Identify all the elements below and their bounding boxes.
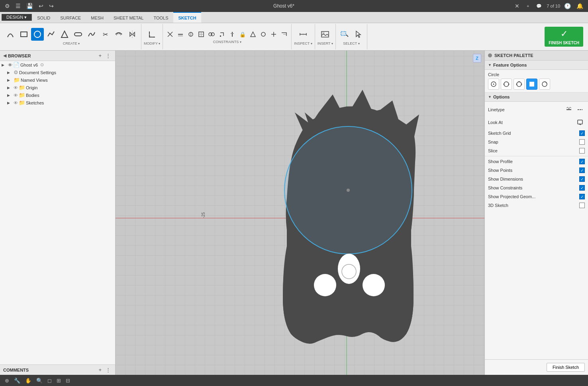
browser-add-icon[interactable]: + xyxy=(97,52,103,59)
undo-icon[interactable]: ↩ xyxy=(37,2,45,10)
tab-mesh[interactable]: MESH xyxy=(86,12,108,23)
tool-image[interactable] xyxy=(319,28,331,41)
finish-sketch-button[interactable]: ✓ FINISH SKETCH xyxy=(545,27,583,47)
slice-checkbox[interactable] xyxy=(579,148,585,154)
doc-expand-icon[interactable]: ▶ xyxy=(7,71,13,75)
bell-icon[interactable]: 🔔 xyxy=(575,2,585,10)
sketch-grid-checkbox[interactable] xyxy=(579,130,585,136)
save-icon[interactable]: 💾 xyxy=(25,2,35,10)
tool-constraint-9[interactable] xyxy=(248,30,258,39)
linetype-solid-icon[interactable] xyxy=(564,105,574,114)
tool-constraint-5[interactable] xyxy=(207,30,216,39)
design-button[interactable]: DESIGN ▾ xyxy=(2,14,32,21)
circle-center-btn[interactable] xyxy=(488,79,499,90)
tool-constraint-7[interactable] xyxy=(227,30,237,39)
app-menu-icon[interactable]: ⚙ xyxy=(3,2,12,10)
bodies-vis-icon[interactable]: 👁 xyxy=(14,93,18,98)
add-tab-icon[interactable]: + xyxy=(524,3,531,9)
tool-slot[interactable] xyxy=(72,28,84,41)
tool-constraint-8[interactable]: 🔒 xyxy=(238,30,247,39)
sketches-expand-icon[interactable]: ▶ xyxy=(7,101,13,105)
options-header[interactable]: ▼ Options xyxy=(485,93,588,102)
tool-constraint-2[interactable] xyxy=(176,30,185,39)
circle-2point-btn[interactable] xyxy=(501,79,512,90)
show-projected-checkbox[interactable] xyxy=(579,194,585,199)
tool-constraint-12[interactable] xyxy=(279,30,289,39)
show-profile-checkbox[interactable] xyxy=(579,159,585,164)
tool-constraint-3[interactable] xyxy=(186,30,196,39)
origin-expand-icon[interactable]: ▶ xyxy=(7,86,13,90)
sketches-vis-icon[interactable]: 👁 xyxy=(14,100,18,105)
bt-grid-icon[interactable]: ⊞ xyxy=(55,377,63,384)
circle-inscribed-btn[interactable] xyxy=(526,79,537,90)
tool-constraint-11[interactable] xyxy=(269,30,278,39)
circle-filled-btn[interactable] xyxy=(539,79,550,90)
clock-icon[interactable]: 🕐 xyxy=(563,2,572,10)
tab-solid[interactable]: SOLID xyxy=(32,12,55,23)
tool-constraint-6[interactable] xyxy=(217,30,227,39)
circle-type-icons xyxy=(488,79,585,90)
linetype-dashed-icon[interactable] xyxy=(575,105,585,114)
hamburger-icon[interactable]: ☰ xyxy=(14,2,22,10)
tool-constraint-1[interactable] xyxy=(165,30,175,39)
tree-bodies[interactable]: ▶ 👁 📁 Bodies xyxy=(0,91,115,99)
tool-offset[interactable] xyxy=(112,28,125,41)
bt-origin-icon[interactable]: ⊕ xyxy=(3,377,11,384)
tab-sheet-metal[interactable]: SHEET METAL xyxy=(109,12,148,23)
tree-origin[interactable]: ▶ 👁 📁 Origin xyxy=(0,84,115,91)
tool-circle[interactable] xyxy=(31,28,44,41)
bt-view-icon[interactable]: ◻ xyxy=(46,377,53,384)
tree-root-item[interactable]: ▶ 👁 📄 Ghost v6 ⊙ xyxy=(0,61,115,69)
browser-collapse-icon[interactable]: ◀ xyxy=(3,53,6,58)
tool-rectangle[interactable] xyxy=(18,28,30,41)
bt-zoom-icon[interactable]: 🔍 xyxy=(35,377,44,384)
canvas-area[interactable]: -25 xyxy=(116,51,484,375)
tool-mirror[interactable] xyxy=(126,28,139,41)
tree-sketches[interactable]: ▶ 👁 📁 Sketches xyxy=(0,99,115,106)
redo-icon[interactable]: ↪ xyxy=(47,2,55,10)
root-expand-icon[interactable]: ▶ xyxy=(2,63,7,67)
tab-sketch[interactable]: SKETCH xyxy=(173,12,201,23)
feature-options-header[interactable]: ▼ Feature Options xyxy=(485,61,588,70)
chat-icon[interactable]: 💬 xyxy=(534,3,544,10)
tool-constraint-4[interactable] xyxy=(196,30,206,39)
show-dimensions-checkbox[interactable] xyxy=(579,176,585,182)
bodies-expand-icon[interactable]: ▶ xyxy=(7,93,13,97)
browser-options-icon[interactable]: ⋮ xyxy=(104,52,112,59)
tree-named-views[interactable]: ▶ 📁 Named Views xyxy=(0,76,115,84)
show-constraints-checkbox[interactable] xyxy=(579,185,585,191)
palette-dot-icon xyxy=(488,53,492,57)
bt-pan-icon[interactable]: ✋ xyxy=(24,377,33,384)
views-expand-icon[interactable]: ▶ xyxy=(7,78,13,82)
origin-vis-icon[interactable]: 👁 xyxy=(14,85,18,90)
tree-doc-settings[interactable]: ▶ ⚙ Document Settings xyxy=(0,69,115,76)
tool-fillet[interactable] xyxy=(146,28,159,41)
top-bar: ⚙ ☰ 💾 ↩ ↪ Ghost v6* ✕ + 💬 7 of 10 🕐 🔔 xyxy=(0,0,588,12)
show-points-checkbox[interactable] xyxy=(579,167,585,173)
tool-select-cursor[interactable] xyxy=(352,28,365,41)
tool-trim[interactable]: ✂ xyxy=(99,28,112,41)
finish-sketch-palette-button[interactable]: Finish Sketch xyxy=(547,363,585,372)
circle-3point-btn[interactable] xyxy=(514,79,525,90)
tab-close-icon[interactable]: ✕ xyxy=(512,2,522,10)
comments-options-icon[interactable]: ⋮ xyxy=(104,366,112,373)
tool-constraint-10[interactable] xyxy=(259,30,268,39)
tool-spline[interactable] xyxy=(85,28,98,41)
bt-display-icon[interactable]: ⊟ xyxy=(64,377,72,384)
bt-settings-icon[interactable]: 🔧 xyxy=(12,377,22,384)
tool-measure[interactable] xyxy=(297,28,310,41)
tool-line[interactable] xyxy=(45,28,57,41)
tool-select-window[interactable] xyxy=(338,28,351,41)
comments-add-icon[interactable]: + xyxy=(97,366,103,373)
root-target-icon[interactable]: ⊙ xyxy=(40,62,44,67)
tool-arc[interactable] xyxy=(4,28,17,41)
tab-surface[interactable]: SURFACE xyxy=(55,12,86,23)
tab-tools[interactable]: TOOLS xyxy=(149,12,173,23)
snap-checkbox[interactable] xyxy=(579,139,585,145)
show-profile-label: Show Profile xyxy=(488,159,578,164)
3d-sketch-checkbox[interactable] xyxy=(579,203,585,208)
tool-triangle[interactable] xyxy=(58,28,71,41)
root-vis-icon[interactable]: 👁 xyxy=(8,63,12,67)
inspect-group: INSPECT ▾ xyxy=(292,24,315,49)
look-at-icon[interactable] xyxy=(575,118,585,127)
